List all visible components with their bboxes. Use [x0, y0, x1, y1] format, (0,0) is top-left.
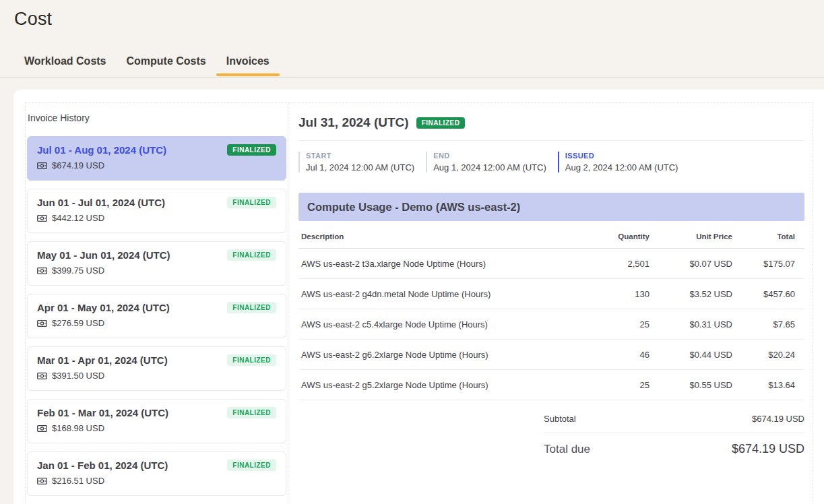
subtotal-row: Subtotal $674.19 USD	[544, 414, 804, 433]
detail-divider	[298, 140, 804, 141]
money-banknote-icon	[37, 372, 47, 380]
cell-quantity: 46	[569, 340, 649, 370]
total-due-label: Total due	[544, 443, 590, 456]
column-header-total: Total	[732, 221, 804, 249]
invoice-card[interactable]: Mar 01 - Apr 01, 2024 (UTC) FINALIZED $3…	[27, 346, 286, 391]
tab[interactable]: Workload Costs	[24, 55, 106, 76]
cell-total: $7.65	[732, 309, 804, 340]
invoice-history-list: Invoice History Jul 01 - Aug 01, 2024 (U…	[26, 103, 288, 504]
cell-description: AWS us-east-2 c5.4xlarge Node Uptime (Ho…	[298, 309, 569, 340]
cell-total: $457.60	[732, 279, 804, 309]
cell-description: AWS us-east-2 g5.2xlarge Node Uptime (Ho…	[298, 370, 569, 400]
money-banknote-icon	[37, 319, 47, 327]
money-banknote-icon	[37, 162, 47, 170]
invoice-card[interactable]: Jan 01 - Feb 01, 2024 (UTC) FINALIZED $2…	[27, 451, 286, 496]
cell-unit-price: $0.44 USD	[649, 340, 732, 370]
invoice-amount-row: $276.59 USD	[37, 318, 276, 328]
invoice-card-header: May 01 - Jun 01, 2024 (UTC) FINALIZED	[37, 249, 276, 261]
status-badge: FINALIZED	[227, 302, 276, 313]
invoice-detail-header: Jul 31, 2024 (UTC) FINALIZED	[298, 115, 804, 130]
cell-description: AWS us-east-2 g6.2xlarge Node Uptime (Ho…	[298, 340, 569, 370]
invoice-amount: $276.59 USD	[52, 318, 104, 328]
invoice-card-header: Mar 01 - Apr 01, 2024 (UTC) FINALIZED	[37, 354, 276, 366]
invoice-card[interactable]: Apr 01 - May 01, 2024 (UTC) FINALIZED $2…	[27, 294, 286, 338]
money-banknote-icon	[37, 424, 47, 433]
table-row: AWS us-east-2 g5.2xlarge Node Uptime (Ho…	[298, 370, 804, 400]
table-row: AWS us-east-2 g4dn.metal Node Uptime (Ho…	[298, 279, 804, 309]
cell-description: AWS us-east-2 t3a.xlarge Node Uptime (Ho…	[298, 249, 569, 279]
table-row: AWS us-east-2 t3a.xlarge Node Uptime (Ho…	[298, 249, 804, 279]
table-header-row: Description Quantity Unit Price Total	[298, 221, 804, 249]
invoice-card[interactable]: Jun 01 - Jul 01, 2024 (UTC) FINALIZED $4…	[27, 189, 286, 233]
status-badge: FINALIZED	[416, 117, 466, 129]
invoice-amount: $442.12 USD	[52, 213, 104, 223]
invoice-period: Jul 01 - Aug 01, 2024 (UTC)	[37, 144, 166, 156]
invoice-period: Feb 01 - Mar 01, 2024 (UTC)	[37, 407, 168, 418]
invoice-history-heading: Invoice History	[27, 113, 286, 123]
stat-value: Aug 2, 2024 12:00 AM (UTC)	[565, 162, 678, 172]
column-header-description: Description	[298, 221, 569, 249]
invoice-amount: $391.50 USD	[52, 371, 104, 381]
cell-total: $175.07	[732, 249, 804, 279]
invoice-date-stat: END Aug 1, 2024 12:00 AM (UTC)	[426, 152, 546, 172]
invoice-period: Apr 01 - May 01, 2024 (UTC)	[37, 302, 170, 313]
cell-unit-price: $3.52 USD	[649, 279, 732, 309]
total-due-value: $674.19 USD	[732, 442, 804, 456]
invoice-amount-row: $168.98 USD	[37, 423, 276, 433]
invoice-period: Jan 01 - Feb 01, 2024 (UTC)	[37, 460, 168, 471]
invoice-detail-title: Jul 31, 2024 (UTC)	[298, 115, 409, 130]
cell-description: AWS us-east-2 g4dn.metal Node Uptime (Ho…	[298, 279, 569, 309]
invoice-card-header: Jan 01 - Feb 01, 2024 (UTC) FINALIZED	[37, 460, 276, 471]
stat-label: ISSUED	[565, 152, 678, 160]
invoices-layout: Invoice History Jul 01 - Aug 01, 2024 (U…	[25, 102, 813, 504]
invoice-card-header: Jul 01 - Aug 01, 2024 (UTC) FINALIZED	[37, 144, 276, 156]
invoice-amount-row: $674.19 USD	[37, 160, 276, 170]
invoice-amount: $216.51 USD	[52, 476, 104, 486]
subtotal-label: Subtotal	[544, 414, 576, 424]
column-header-quantity: Quantity	[569, 221, 649, 249]
status-badge: FINALIZED	[227, 249, 276, 261]
stat-label: END	[433, 152, 546, 160]
tab[interactable]: Invoices	[226, 55, 270, 76]
subtotal-value: $674.19 USD	[752, 414, 804, 424]
status-badge: FINALIZED	[227, 197, 276, 208]
invoice-card[interactable]: Jul 01 - Aug 01, 2024 (UTC) FINALIZED $6…	[27, 136, 286, 181]
invoice-dates: START Jul 1, 2024 12:00 AM (UTC) END Aug…	[298, 152, 804, 172]
status-badge: FINALIZED	[227, 354, 276, 366]
invoice-amount-row: $391.50 USD	[37, 371, 276, 381]
page-title: Cost	[14, 9, 52, 30]
money-banknote-icon	[37, 267, 47, 275]
invoice-date-stat: ISSUED Aug 2, 2024 12:00 AM (UTC)	[558, 152, 678, 172]
cost-page: Cost Workload Costs Compute Costs Invoic…	[0, 0, 824, 504]
invoices-panel: Invoice History Jul 01 - Aug 01, 2024 (U…	[13, 90, 824, 504]
money-banknote-icon	[37, 214, 47, 222]
cell-unit-price: $0.55 USD	[649, 370, 732, 400]
table-row: AWS us-east-2 c5.4xlarge Node Uptime (Ho…	[298, 309, 804, 340]
money-banknote-icon	[37, 477, 47, 485]
invoice-amount: $168.98 USD	[52, 423, 104, 433]
invoice-card-header: Feb 01 - Mar 01, 2024 (UTC) FINALIZED	[37, 407, 276, 418]
invoice-card-header: Apr 01 - May 01, 2024 (UTC) FINALIZED	[37, 302, 276, 313]
invoice-amount: $674.19 USD	[52, 160, 104, 170]
total-due-row: Total due $674.19 USD	[544, 442, 804, 456]
cell-quantity: 130	[569, 279, 649, 309]
cell-quantity: 25	[569, 309, 649, 340]
cell-unit-price: $0.07 USD	[649, 249, 732, 279]
stat-label: START	[306, 152, 414, 160]
invoice-card[interactable]: Feb 01 - Mar 01, 2024 (UTC) FINALIZED $1…	[27, 399, 286, 443]
invoice-summary: Subtotal $674.19 USD Total due $674.19 U…	[544, 414, 804, 456]
tab[interactable]: Compute Costs	[127, 55, 206, 76]
invoice-period: May 01 - Jun 01, 2024 (UTC)	[37, 249, 170, 261]
compute-usage-table: Description Quantity Unit Price Total AW…	[298, 221, 804, 400]
compute-usage-section-header: Compute Usage - Demo (AWS us-east-2)	[298, 193, 804, 221]
cell-quantity: 2,501	[569, 249, 649, 279]
invoice-card-header: Jun 01 - Jul 01, 2024 (UTC) FINALIZED	[37, 197, 276, 208]
invoice-card[interactable]: May 01 - Jun 01, 2024 (UTC) FINALIZED $3…	[27, 241, 286, 286]
tabs-divider	[0, 77, 824, 78]
cell-total: $13.64	[732, 370, 804, 400]
status-badge: FINALIZED	[227, 407, 276, 418]
stat-value: Aug 1, 2024 12:00 AM (UTC)	[433, 162, 546, 172]
cost-tabs: Workload Costs Compute Costs Invoices	[24, 55, 270, 76]
status-badge: FINALIZED	[227, 144, 276, 156]
invoice-date-stat: START Jul 1, 2024 12:00 AM (UTC)	[298, 152, 414, 172]
